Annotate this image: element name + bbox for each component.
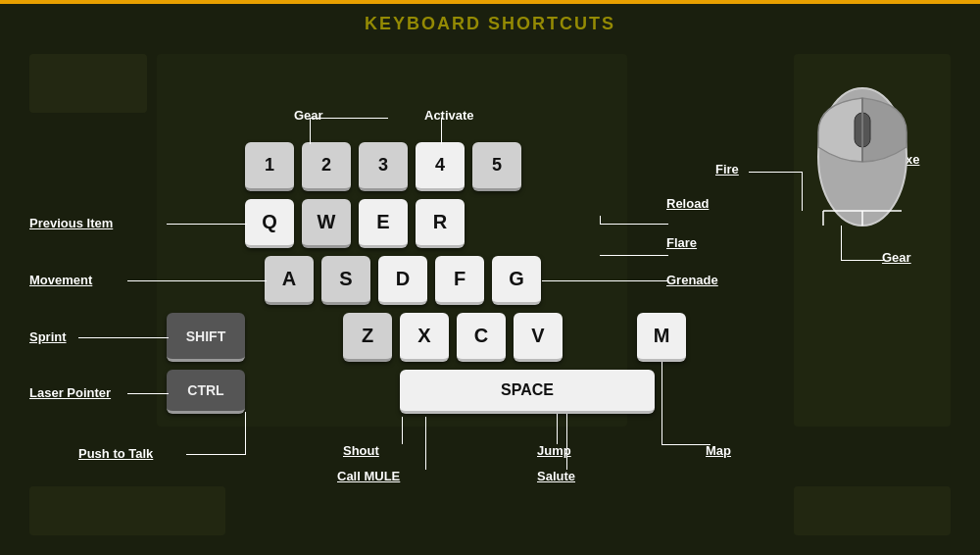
- key-5: 5: [472, 142, 521, 191]
- key-ctrl: CTRL: [167, 370, 245, 414]
- mouse-svg: [804, 59, 921, 235]
- key-2: 2: [302, 142, 351, 191]
- key-v: V: [514, 313, 563, 362]
- label-sprint: Sprint: [29, 329, 67, 344]
- key-q: Q: [245, 199, 294, 248]
- key-m: M: [637, 313, 686, 362]
- label-gear: Gear: [294, 108, 323, 123]
- line-prev-item: [167, 224, 247, 225]
- line-fire-h: [749, 172, 803, 173]
- bg-panel-bottom-right: [794, 486, 951, 535]
- key-s: S: [321, 256, 370, 305]
- line-gear-h: [310, 118, 388, 119]
- key-4: 4: [416, 142, 465, 191]
- line-grenade-h: [542, 280, 668, 281]
- line-fire-v: [802, 172, 803, 211]
- label-reload: Reload: [666, 196, 709, 211]
- mouse-diagram: [804, 59, 921, 239]
- key-f: F: [435, 256, 484, 305]
- bg-panel-bottom-left: [29, 486, 225, 535]
- label-grenade: Grenade: [666, 273, 718, 287]
- key-e: E: [359, 199, 408, 248]
- key-a: A: [265, 256, 314, 305]
- key-3: 3: [359, 142, 408, 191]
- key-x: X: [400, 313, 449, 362]
- label-previous-item: Previous Item: [29, 216, 113, 230]
- key-space: SPACE: [400, 370, 655, 414]
- key-d: D: [378, 256, 427, 305]
- label-fire: Fire: [715, 162, 739, 177]
- label-movement: Movement: [29, 273, 92, 287]
- label-push-to-talk: Push to Talk: [78, 446, 153, 461]
- line-push-to-talk-h: [186, 454, 245, 455]
- line-laser: [127, 393, 169, 394]
- line-reload-v: [600, 216, 601, 225]
- key-shift: SHIFT: [167, 313, 245, 362]
- label-flare: Flare: [666, 235, 697, 250]
- line-gear: [310, 118, 311, 144]
- bg-panel-left: [29, 54, 147, 113]
- label-gear-mouse: Gear: [882, 250, 911, 265]
- label-call-mule: Call MULE: [337, 469, 400, 483]
- line-salute-v: [566, 414, 567, 470]
- key-r: R: [416, 199, 465, 248]
- line-activate: [441, 118, 442, 144]
- label-shout: Shout: [343, 443, 379, 458]
- line-shout-v: [402, 417, 403, 444]
- line-map-v: [662, 362, 662, 444]
- line-gear-mouse-h: [841, 260, 885, 261]
- label-laser-pointer: Laser Pointer: [29, 385, 111, 400]
- line-movement: [127, 280, 267, 281]
- line-flare-h: [600, 255, 668, 256]
- key-z: Z: [343, 313, 392, 362]
- line-jump-v: [557, 414, 558, 444]
- page-title: KEYBOARD SHORTCUTS: [365, 14, 615, 34]
- line-reload-h: [600, 224, 668, 225]
- line-push-to-talk-v: [245, 412, 246, 455]
- label-activate: Activate: [424, 108, 474, 123]
- key-w: W: [302, 199, 351, 248]
- label-salute: Salute: [537, 469, 575, 483]
- line-sprint: [78, 337, 169, 338]
- top-border: [0, 0, 980, 4]
- line-call-mule-v: [425, 417, 426, 470]
- label-map: Map: [706, 443, 731, 458]
- key-c: C: [457, 313, 506, 362]
- key-1: 1: [245, 142, 294, 191]
- line-map-h: [662, 444, 710, 445]
- key-g: G: [492, 256, 541, 305]
